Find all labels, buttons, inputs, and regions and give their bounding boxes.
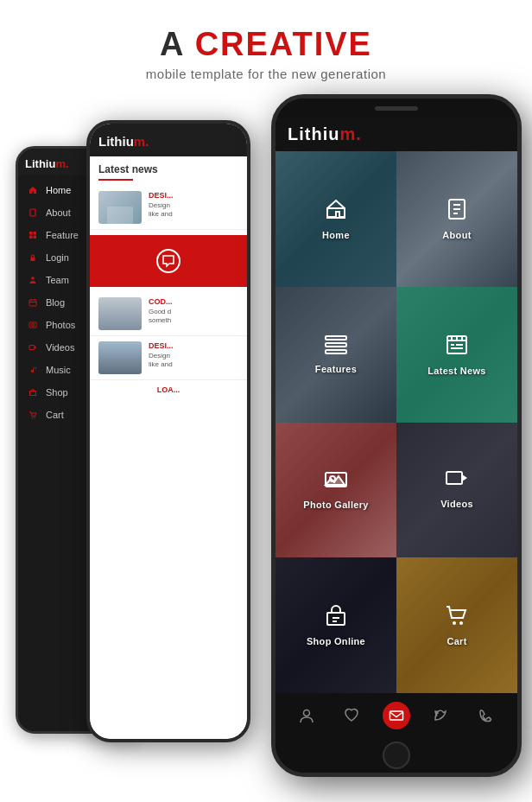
menu-label-shop: Shop: [46, 387, 68, 398]
cart-grid-icon: [445, 604, 469, 632]
news-thumb-3: [98, 341, 142, 374]
calendar-icon: [27, 296, 39, 309]
svg-point-18: [34, 417, 35, 419]
phone-mid: Lithium. Latest news DESI... Designlike …: [86, 120, 250, 742]
news-item-3[interactable]: DESI... Designlike and: [90, 336, 247, 380]
speaker-bar: [375, 106, 418, 111]
phone-main: Lithium. Home: [271, 94, 522, 777]
phone-icon: [27, 207, 39, 219]
svg-rect-12: [29, 322, 36, 328]
app-grid: Home About: [276, 151, 517, 693]
team-icon: [27, 274, 39, 286]
grid-cell-latestnews[interactable]: Latest News: [396, 287, 517, 423]
menu-label-videos: Videos: [46, 342, 74, 353]
grid-cell-shoponline[interactable]: Shop Online: [276, 557, 396, 693]
svg-rect-25: [326, 343, 346, 347]
phone-home-button-area: [276, 738, 517, 773]
grid-cell-cart[interactable]: Cart: [396, 557, 517, 693]
menu-label-team: Team: [46, 275, 69, 285]
news-divider: [98, 179, 133, 181]
latestnews-content: Latest News: [428, 334, 486, 376]
back-brand: Lithium.: [25, 157, 69, 170]
photo-icon: [27, 319, 39, 331]
cart-content: Cart: [445, 604, 469, 646]
nav-email[interactable]: [383, 702, 410, 729]
news-item-2[interactable]: COD... Good dsometh: [90, 292, 247, 336]
videos-content: Videos: [440, 470, 473, 509]
news-thumb-1: [98, 191, 142, 224]
menu-label-cart: Cart: [46, 410, 64, 420]
svg-point-42: [453, 621, 456, 625]
shoponline-label: Shop Online: [307, 636, 365, 646]
svg-point-17: [32, 417, 34, 419]
menu-label-feature: Feature: [46, 230, 79, 240]
nav-phone[interactable]: [472, 702, 500, 729]
cart-icon: [27, 409, 39, 421]
news-text-1: DESI... Designlike and: [149, 191, 174, 224]
svg-rect-6: [31, 258, 35, 261]
app-brand: Lithium.: [288, 124, 362, 143]
svg-point-13: [32, 324, 35, 327]
svg-rect-5: [34, 236, 37, 239]
about-content: About: [442, 198, 471, 240]
menu-label-home: Home: [46, 185, 71, 195]
mid-phone-header: Lithium.: [90, 124, 247, 156]
load-more[interactable]: LOA...: [90, 380, 247, 399]
grid-cell-videos[interactable]: Videos: [396, 423, 517, 558]
photogallery-content: Photo Gallery: [303, 469, 368, 510]
cart-label: Cart: [446, 636, 466, 646]
shop-icon: [27, 386, 39, 398]
svg-point-7: [31, 277, 35, 280]
svg-rect-14: [29, 346, 35, 350]
music-icon: [27, 364, 39, 376]
features-grid-icon: [325, 335, 347, 360]
news-text-3: DESI... Designlike and: [149, 341, 174, 374]
grid-cell-photogallery[interactable]: Photo Gallery: [276, 423, 396, 558]
nav-person[interactable]: [293, 702, 320, 729]
news-section-title: Latest news: [90, 156, 247, 179]
svg-rect-2: [29, 232, 33, 235]
photogallery-label: Photo Gallery: [303, 500, 368, 510]
svg-rect-26: [326, 350, 346, 353]
videos-grid-icon: [445, 470, 469, 494]
svg-rect-0: [30, 209, 35, 216]
grid-cell-home[interactable]: Home: [276, 151, 396, 287]
svg-rect-24: [326, 336, 346, 340]
lock-icon: [27, 251, 39, 264]
title-creative: CREATIVE: [195, 26, 372, 62]
svg-rect-4: [29, 236, 33, 239]
home-grid-icon: [325, 198, 347, 226]
svg-point-44: [304, 710, 310, 716]
features-content: Features: [315, 335, 357, 374]
menu-label-blog: Blog: [46, 297, 65, 308]
shoponline-grid-icon: [325, 604, 347, 632]
page-header: A CREATIVE mobile template for the new g…: [0, 0, 532, 94]
latestnews-grid-icon: [446, 334, 468, 361]
about-label: About: [442, 230, 471, 240]
menu-label-music: Music: [46, 365, 71, 375]
home-content: Home: [322, 198, 350, 240]
news-item-1[interactable]: DESI... Designlike and: [90, 186, 247, 230]
svg-rect-1: [32, 215, 34, 216]
about-grid-icon: [446, 198, 467, 226]
grid-cell-features[interactable]: Features: [276, 287, 396, 423]
home-icon: [27, 184, 39, 196]
nav-twitter[interactable]: [428, 702, 455, 729]
svg-point-43: [459, 621, 463, 625]
title-a: A: [160, 26, 184, 62]
menu-label-about: About: [46, 207, 71, 218]
svg-marker-15: [35, 347, 36, 348]
grid-cell-about[interactable]: About: [396, 151, 517, 287]
red-banner: [90, 235, 247, 287]
features-label: Features: [315, 364, 357, 374]
mid-phone-content: Latest news DESI... Designlike and: [90, 156, 247, 739]
home-label: Home: [322, 230, 350, 240]
chat-icon: [156, 249, 180, 273]
news-thumb-2: [98, 297, 142, 330]
home-button[interactable]: [383, 742, 410, 769]
header-subtitle: mobile template for the new generation: [17, 67, 515, 81]
grid-icon: [27, 229, 39, 241]
svg-rect-16: [30, 391, 36, 396]
nav-heart[interactable]: [338, 702, 365, 729]
app-header: Lithium.: [276, 118, 517, 151]
